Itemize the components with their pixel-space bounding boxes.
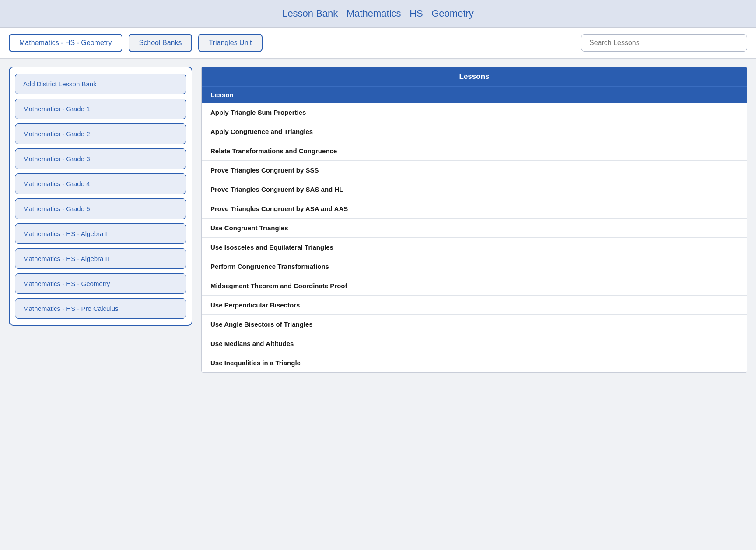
lesson-row[interactable]: Prove Triangles Congruent by ASA and AAS: [202, 199, 747, 219]
left-panel: Add District Lesson BankMathematics - Gr…: [9, 67, 192, 326]
lesson-row[interactable]: Prove Triangles Congruent by SAS and HL: [202, 180, 747, 199]
lesson-row[interactable]: Use Medians and Altitudes: [202, 334, 747, 353]
right-panel: Lessons Lesson Apply Triangle Sum Proper…: [201, 67, 747, 373]
lesson-row[interactable]: Use Isosceles and Equilateral Triangles: [202, 238, 747, 257]
lesson-row[interactable]: Use Perpendicular Bisectors: [202, 296, 747, 315]
lesson-row[interactable]: Apply Congruence and Triangles: [202, 122, 747, 141]
lesson-row[interactable]: Use Congruent Triangles: [202, 219, 747, 238]
lesson-row[interactable]: Use Angle Bisectors of Triangles: [202, 315, 747, 334]
left-panel-item-math-hs-algebra1[interactable]: Mathematics - HS - Algebra I: [15, 223, 186, 244]
lesson-row[interactable]: Perform Congruence Transformations: [202, 257, 747, 276]
lessons-subheader: Lesson: [202, 86, 747, 103]
left-panel-item-math-hs-algebra2[interactable]: Mathematics - HS - Algebra II: [15, 248, 186, 269]
page-title: Lesson Bank - Mathematics - HS - Geometr…: [0, 0, 756, 28]
lesson-row[interactable]: Midsegment Theorem and Coordinate Proof: [202, 276, 747, 296]
tab-math-hs-geometry[interactable]: Mathematics - HS - Geometry: [9, 34, 122, 52]
search-input[interactable]: [581, 34, 747, 52]
lesson-row[interactable]: Use Inequalities in a Triangle: [202, 353, 747, 372]
lessons-header: Lessons: [202, 67, 747, 86]
lesson-row[interactable]: Relate Transformations and Congruence: [202, 141, 747, 161]
top-bar: Mathematics - HS - Geometry School Banks…: [0, 28, 756, 59]
tab-school-banks[interactable]: School Banks: [129, 34, 192, 52]
tab-triangles-unit[interactable]: Triangles Unit: [198, 34, 262, 52]
left-panel-item-math-grade-5[interactable]: Mathematics - Grade 5: [15, 198, 186, 219]
left-panel-item-math-grade-3[interactable]: Mathematics - Grade 3: [15, 148, 186, 169]
left-panel-item-math-grade-4[interactable]: Mathematics - Grade 4: [15, 173, 186, 194]
left-panel-item-math-grade-1[interactable]: Mathematics - Grade 1: [15, 99, 186, 119]
left-panel-item-math-hs-precalc[interactable]: Mathematics - HS - Pre Calculus: [15, 298, 186, 319]
lesson-row[interactable]: Apply Triangle Sum Properties: [202, 103, 747, 122]
left-panel-item-math-hs-geometry[interactable]: Mathematics - HS - Geometry: [15, 273, 186, 294]
left-panel-item-math-grade-2[interactable]: Mathematics - Grade 2: [15, 123, 186, 144]
lesson-row[interactable]: Prove Triangles Congruent by SSS: [202, 161, 747, 180]
left-panel-item-add-district[interactable]: Add District Lesson Bank: [15, 74, 186, 94]
main-content: Add District Lesson BankMathematics - Gr…: [0, 59, 756, 381]
